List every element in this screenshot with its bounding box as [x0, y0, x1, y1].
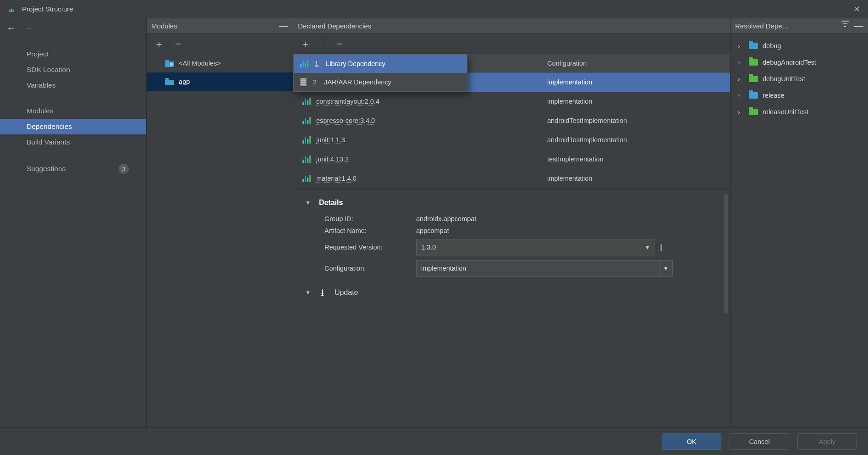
resolved-item[interactable]: › debug [733, 38, 865, 54]
dep-remove-button[interactable]: − [337, 39, 343, 49]
config-combo[interactable]: implementation ▾ [416, 260, 673, 277]
library-icon [302, 155, 311, 163]
nav-back-icon[interactable]: ← [6, 23, 16, 33]
resolved-item[interactable]: › debugUnitTest [733, 71, 865, 87]
resolved-item[interactable]: › debugAndroidTest [733, 54, 865, 71]
version-combo[interactable]: 1.3.0 ▾ [416, 239, 654, 255]
window-close-button[interactable]: ✕ [849, 1, 864, 17]
dep-row[interactable]: espresso-core:3.4.0 androidTestImplement… [293, 111, 730, 130]
menu-item-jar-aar-dependency[interactable]: 2 JAR/AAR Dependency [294, 73, 467, 91]
menu-item-library-dependency[interactable]: 1 Library Dependency [294, 55, 467, 73]
apply-button[interactable]: Apply [797, 433, 857, 450]
filter-icon[interactable] [841, 21, 849, 31]
library-icon [300, 60, 308, 67]
group-id-value: androidx.appcompat [416, 215, 476, 222]
dep-col-config: Configuration [541, 60, 730, 67]
folder-icon [749, 76, 758, 82]
chevron-right-icon: › [738, 92, 744, 99]
chevron-right-icon: › [738, 75, 744, 83]
svg-rect-4 [170, 63, 173, 66]
dialog-footer: OK Cancel Apply [0, 427, 868, 455]
dependencies-panel: Declared Dependencies ＋ − 1 Library Depe… [293, 18, 731, 427]
version-extra-icon[interactable]: ‖ [659, 244, 663, 251]
update-title: Update [335, 289, 358, 297]
group-id-label: Group ID: [324, 215, 416, 222]
module-remove-button[interactable]: − [175, 39, 181, 49]
folder-icon [749, 109, 758, 115]
titlebar: Project Structure ✕ [0, 0, 868, 18]
details-panel: ▼ Details Group ID: androidx.appcompat A… [293, 188, 730, 427]
svg-rect-6 [165, 78, 169, 80]
chevron-right-icon: › [738, 108, 744, 116]
svg-rect-3 [165, 60, 169, 61]
chevron-down-icon: ▾ [641, 239, 649, 255]
folder-icon [749, 59, 758, 66]
library-icon [302, 175, 311, 182]
modules-header: Modules [151, 22, 177, 30]
chevron-right-icon: › [738, 59, 744, 66]
module-app-icon [165, 78, 174, 85]
artifact-label: Artifact Name: [324, 227, 416, 234]
chevron-down-icon: ▾ [659, 261, 668, 276]
library-icon [302, 98, 311, 105]
modules-panel: Modules — ＋ − <All Modules> app [147, 18, 293, 427]
suggestions-badge: 3 [119, 164, 129, 174]
folder-icon [749, 92, 758, 99]
config-label: Configuration: [324, 265, 416, 272]
minimize-icon[interactable]: — [279, 21, 288, 31]
dep-row[interactable]: constraintlayout:2.0.4 implementation [293, 92, 730, 111]
module-all-icon [165, 60, 174, 67]
ok-button[interactable]: OK [662, 433, 721, 450]
resolved-item[interactable]: › releaseUnitTest [733, 104, 865, 120]
artifact-value: appcompat [416, 227, 449, 234]
download-icon: ⭳ [319, 289, 326, 297]
minimize-icon[interactable]: — [854, 21, 863, 31]
nav-item-dependencies[interactable]: Dependencies [0, 119, 146, 134]
collapse-icon[interactable]: ▼ [305, 200, 311, 206]
module-add-button[interactable]: ＋ [154, 39, 164, 49]
dep-add-button[interactable]: ＋ [301, 39, 311, 49]
nav-item-sdk-location[interactable]: SDK Location [0, 62, 146, 78]
version-label: Requested Version: [324, 244, 416, 251]
nav-item-modules[interactable]: Modules [0, 103, 146, 119]
chevron-right-icon: › [738, 42, 744, 50]
nav-item-variables[interactable]: Variables [0, 78, 146, 93]
dep-row[interactable]: material:1.4.0 implementation [293, 169, 730, 188]
details-title: Details [319, 199, 343, 207]
nav-item-build-variants[interactable]: Build Variants [0, 134, 146, 150]
folder-icon [749, 43, 758, 49]
deps-header: Declared Dependencies [298, 22, 371, 30]
nav-forward-icon: → [24, 23, 33, 33]
module-row-app[interactable]: app [147, 72, 293, 91]
dep-row[interactable]: junit:4.13.2 testImplementation [293, 150, 730, 169]
dep-row[interactable]: junit:1.1.3 androidTestImplementation [293, 130, 730, 150]
resolved-item[interactable]: › release [733, 87, 865, 104]
nav-item-project[interactable]: Project [0, 46, 146, 62]
library-icon [302, 136, 311, 144]
left-nav: ← → Project SDK Location Variables Modul… [0, 18, 147, 427]
archive-icon [300, 78, 307, 86]
add-dependency-menu: 1 Library Dependency 2 JAR/AAR Dependenc… [293, 54, 467, 92]
svg-point-0 [10, 10, 11, 11]
resolved-header: Resolved Depe… [735, 22, 789, 30]
module-row-all[interactable]: <All Modules> [147, 54, 293, 72]
scrollbar[interactable] [724, 194, 728, 313]
cancel-button[interactable]: Cancel [730, 433, 789, 450]
library-icon [302, 117, 311, 124]
nav-item-suggestions[interactable]: Suggestions 3 [0, 160, 146, 178]
resolved-panel: Resolved Depe… — › debug › debugAndroidT… [731, 18, 868, 427]
android-logo-icon [6, 4, 16, 14]
svg-point-1 [12, 10, 13, 11]
collapse-icon[interactable]: ▼ [305, 289, 311, 296]
window-title: Project Structure [22, 5, 73, 13]
